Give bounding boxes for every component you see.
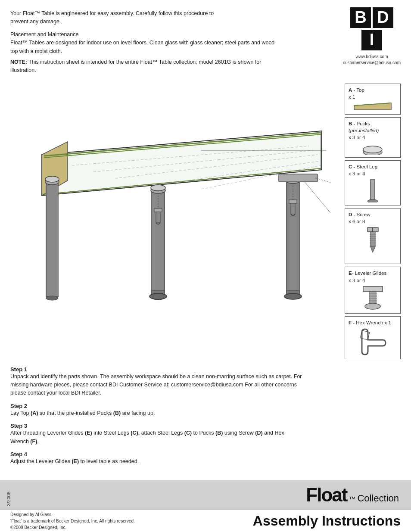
step-4-text: Adjust the Leveler Glides (E) to level t… bbox=[10, 457, 303, 466]
part-d-image bbox=[365, 227, 380, 261]
part-b-image bbox=[362, 143, 383, 155]
table-illustration bbox=[10, 79, 340, 312]
step-2-text: Lay Top (A) so that the pre-installed Pu… bbox=[10, 409, 303, 417]
footer-brand-bar: 3/2008 Float ™ Collection bbox=[0, 480, 411, 510]
step-1-text: Unpack and identify the parts shown. The… bbox=[10, 373, 303, 398]
step-1: Step 1 Unpack and identify the parts sho… bbox=[10, 366, 303, 398]
svg-rect-59 bbox=[363, 286, 383, 292]
part-e-label: E- Leveler Glidesx 3 or 4 bbox=[349, 270, 397, 283]
svg-rect-26 bbox=[154, 208, 162, 212]
step-3-title: Step 3 bbox=[10, 423, 303, 429]
placement-text: Float™ Tables are designed for indoor us… bbox=[10, 39, 277, 56]
illustration-area bbox=[10, 79, 340, 359]
svg-rect-33 bbox=[289, 200, 297, 203]
svg-point-38 bbox=[284, 293, 302, 299]
step-2: Step 2 Lay Top (A) so that the pre-insta… bbox=[10, 403, 303, 417]
svg-rect-34 bbox=[291, 203, 295, 214]
svg-rect-27 bbox=[156, 212, 160, 223]
svg-point-67 bbox=[365, 303, 380, 309]
footer-copyright: Designed by Al Glass. 'Float' is a trade… bbox=[10, 511, 135, 531]
svg-point-18 bbox=[46, 296, 58, 300]
svg-text:B: B bbox=[355, 8, 366, 26]
logo-url: www.bdiusa.com customerservice@bdiusa.co… bbox=[343, 54, 401, 66]
svg-point-24 bbox=[151, 185, 165, 191]
header-section: Your Float™ Table is engineered for easy… bbox=[10, 9, 401, 75]
svg-marker-58 bbox=[371, 247, 375, 252]
part-d-label: D - Screwx 6 or 8 bbox=[349, 211, 397, 225]
assembly-instructions-label: Assembly Instructions bbox=[253, 513, 401, 529]
float-wordmark: Float bbox=[306, 484, 347, 506]
svg-point-46 bbox=[363, 146, 382, 153]
part-f: F - Hex Wrench x 1 bbox=[345, 316, 401, 359]
note-text: NOTE: This instruction sheet is intended… bbox=[10, 58, 277, 75]
footer-bottom-bar: Designed by Al Glass. 'Float' is a trade… bbox=[0, 510, 411, 532]
parts-sidebar: A - Topx 1 B - Pucks(pre-installed)x 3 o… bbox=[345, 79, 401, 359]
footer: 3/2008 Float ™ Collection Designed by Al… bbox=[0, 480, 411, 532]
svg-point-48 bbox=[367, 199, 378, 202]
part-f-label: F - Hex Wrench x 1 bbox=[349, 319, 397, 326]
part-e-image bbox=[361, 286, 385, 311]
step-4: Step 4 Adjust the Leveler Glides (E) to … bbox=[10, 451, 303, 466]
collection-label: Collection bbox=[357, 493, 399, 504]
svg-rect-21 bbox=[152, 189, 165, 297]
placement-title: Placement and Maintenance bbox=[10, 31, 277, 39]
step-4-title: Step 4 bbox=[10, 451, 303, 457]
svg-rect-47 bbox=[371, 180, 375, 200]
part-e: E- Leveler Glidesx 3 or 4 bbox=[345, 267, 401, 313]
part-a: A - Topx 1 bbox=[345, 84, 401, 115]
part-c: C - Steel Legx 3 or 4 bbox=[345, 160, 401, 205]
svg-rect-17 bbox=[46, 180, 58, 297]
step-2-title: Step 2 bbox=[10, 403, 303, 409]
part-c-image bbox=[366, 179, 379, 202]
step-3: Step 3 After threading Leverler Glides (… bbox=[10, 423, 303, 446]
logo-area: B D I www.bdiusa.com customerservice@bdi… bbox=[343, 5, 401, 66]
part-a-label: A - Topx 1 bbox=[349, 87, 397, 100]
svg-line-42 bbox=[305, 182, 330, 213]
svg-rect-35 bbox=[279, 174, 318, 182]
part-c-label: C - Steel Legx 3 or 4 bbox=[349, 163, 397, 177]
bdi-logo-svg: B D I bbox=[348, 5, 395, 53]
svg-point-40 bbox=[149, 293, 167, 299]
svg-text:I: I bbox=[370, 31, 374, 49]
part-f-image bbox=[358, 328, 388, 356]
svg-rect-51 bbox=[371, 232, 375, 247]
main-content: A - Topx 1 B - Pucks(pre-installed)x 3 o… bbox=[10, 79, 401, 359]
steps-section: Step 1 Unpack and identify the parts sho… bbox=[10, 366, 303, 466]
intro-text: Your Float™ Table is engineered for easy… bbox=[10, 9, 277, 26]
svg-point-20 bbox=[45, 176, 59, 182]
footer-brand: Float ™ Collection bbox=[306, 484, 399, 506]
svg-marker-7 bbox=[44, 133, 321, 194]
tm-symbol: ™ bbox=[349, 495, 355, 503]
step-1-title: Step 1 bbox=[10, 366, 303, 373]
part-b-label: B - Pucks(pre-installed)x 3 or 4 bbox=[349, 120, 397, 141]
header-text: Your Float™ Table is engineered for easy… bbox=[10, 9, 277, 75]
part-d: D - Screwx 6 or 8 bbox=[345, 208, 401, 264]
part-b: B - Pucks(pre-installed)x 3 or 4 bbox=[345, 117, 401, 158]
step-3-text: After threading Leverler Glides (E) into… bbox=[10, 429, 303, 446]
footer-date: 3/2008 bbox=[6, 492, 11, 506]
page: Your Float™ Table is engineered for easy… bbox=[0, 0, 411, 532]
part-a-image bbox=[353, 102, 392, 112]
svg-text:D: D bbox=[377, 8, 389, 26]
